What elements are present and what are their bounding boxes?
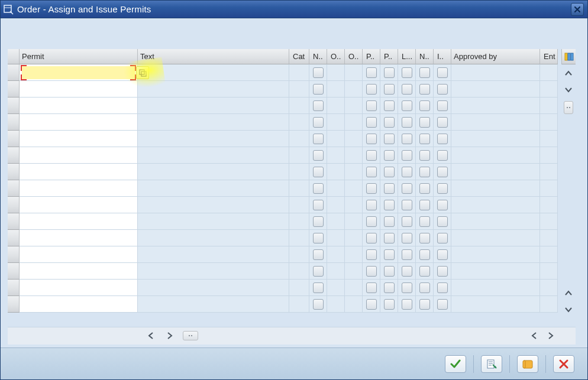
row-selector[interactable] — [8, 131, 20, 147]
l-cell[interactable] — [398, 197, 416, 213]
scroll-left-button[interactable] — [145, 330, 157, 341]
n1-cell[interactable] — [309, 280, 327, 296]
scroll-right-button-2[interactable] — [546, 330, 555, 341]
issue-button[interactable] — [517, 355, 538, 373]
checkbox[interactable] — [313, 84, 324, 95]
i-cell[interactable] — [434, 64, 451, 81]
n2-cell[interactable] — [416, 131, 434, 147]
p1-cell[interactable] — [363, 213, 380, 230]
checkbox[interactable] — [419, 67, 430, 78]
col-ent[interactable]: Ent — [540, 49, 558, 64]
i-cell[interactable] — [434, 98, 451, 114]
n2-cell[interactable] — [416, 98, 434, 114]
checkbox[interactable] — [402, 216, 412, 227]
checkbox[interactable] — [402, 67, 412, 78]
n1-cell[interactable] — [309, 164, 327, 180]
checkbox[interactable] — [437, 216, 448, 227]
p2-cell[interactable] — [380, 230, 398, 246]
i-cell[interactable] — [434, 180, 451, 197]
n2-cell[interactable] — [416, 197, 434, 213]
p1-cell[interactable] — [363, 98, 380, 114]
checkbox[interactable] — [419, 183, 430, 194]
scroll-left-button-2[interactable] — [529, 330, 539, 341]
col-i[interactable]: I.. — [434, 49, 451, 64]
n2-cell[interactable] — [416, 64, 434, 81]
row-selector[interactable] — [8, 280, 20, 296]
checkbox[interactable] — [313, 167, 324, 177]
n1-cell[interactable] — [309, 230, 327, 246]
checkbox[interactable] — [313, 249, 324, 260]
checkbox[interactable] — [419, 117, 430, 128]
checkbox[interactable] — [384, 150, 395, 161]
checkbox[interactable] — [437, 134, 448, 144]
p1-cell[interactable] — [363, 296, 380, 313]
checkbox[interactable] — [366, 84, 377, 95]
i-cell[interactable] — [434, 164, 451, 180]
checkbox[interactable] — [384, 117, 395, 128]
p1-cell[interactable] — [363, 147, 380, 164]
row-selector[interactable] — [8, 263, 20, 280]
checkbox[interactable] — [384, 84, 395, 95]
permit-cell[interactable] — [20, 296, 138, 313]
i-cell[interactable] — [434, 280, 451, 296]
checkbox[interactable] — [366, 134, 377, 144]
checkbox[interactable] — [366, 150, 377, 161]
p2-cell[interactable] — [380, 263, 398, 280]
l-cell[interactable] — [398, 131, 416, 147]
n1-cell[interactable] — [309, 114, 327, 131]
i-cell[interactable] — [434, 246, 451, 263]
checkbox[interactable] — [366, 167, 377, 177]
i-cell[interactable] — [434, 81, 451, 98]
checkbox[interactable] — [313, 150, 324, 161]
checkbox[interactable] — [437, 233, 448, 243]
row-selector[interactable] — [8, 296, 20, 313]
row-selector[interactable] — [8, 213, 20, 230]
checkbox[interactable] — [437, 150, 448, 161]
checkbox[interactable] — [419, 150, 430, 161]
n1-cell[interactable] — [309, 131, 327, 147]
n2-cell[interactable] — [416, 263, 434, 280]
checkbox[interactable] — [366, 100, 377, 111]
n2-cell[interactable] — [416, 213, 434, 230]
col-o2[interactable]: O.. — [345, 49, 363, 64]
checkbox[interactable] — [437, 67, 448, 78]
n2-cell[interactable] — [416, 296, 434, 313]
col-p1[interactable]: P.. — [363, 49, 380, 64]
checkbox[interactable] — [402, 233, 412, 243]
checkbox[interactable] — [313, 100, 324, 111]
checkbox[interactable] — [437, 282, 448, 293]
permit-cell[interactable] — [20, 280, 138, 296]
checkbox[interactable] — [419, 266, 430, 277]
checkbox[interactable] — [366, 249, 377, 260]
scroll-down-button-2[interactable] — [563, 304, 574, 315]
checkbox[interactable] — [402, 183, 412, 194]
row-selector[interactable] — [8, 164, 20, 180]
checkbox[interactable] — [419, 134, 430, 144]
l-cell[interactable] — [398, 280, 416, 296]
permit-cell[interactable] — [20, 147, 138, 164]
row-selector[interactable] — [8, 230, 20, 246]
row-selector[interactable] — [8, 246, 20, 263]
checkbox[interactable] — [384, 266, 395, 277]
checkbox[interactable] — [313, 183, 324, 194]
col-approved-by[interactable]: Approved by — [451, 49, 540, 64]
l-cell[interactable] — [398, 180, 416, 197]
checkbox[interactable] — [313, 117, 324, 128]
cancel-button[interactable] — [553, 355, 574, 373]
i-cell[interactable] — [434, 147, 451, 164]
l-cell[interactable] — [398, 164, 416, 180]
checkbox[interactable] — [384, 233, 395, 243]
n1-cell[interactable] — [309, 64, 327, 81]
permit-cell[interactable] — [20, 180, 138, 197]
row-selector[interactable] — [8, 64, 20, 81]
n2-cell[interactable] — [416, 164, 434, 180]
p2-cell[interactable] — [380, 197, 398, 213]
p1-cell[interactable] — [363, 164, 380, 180]
p2-cell[interactable] — [380, 213, 398, 230]
p1-cell[interactable] — [363, 280, 380, 296]
n1-cell[interactable] — [309, 180, 327, 197]
window-menu-icon[interactable] — [3, 4, 14, 15]
checkbox[interactable] — [437, 249, 448, 260]
p1-cell[interactable] — [363, 180, 380, 197]
checkbox[interactable] — [402, 299, 412, 310]
